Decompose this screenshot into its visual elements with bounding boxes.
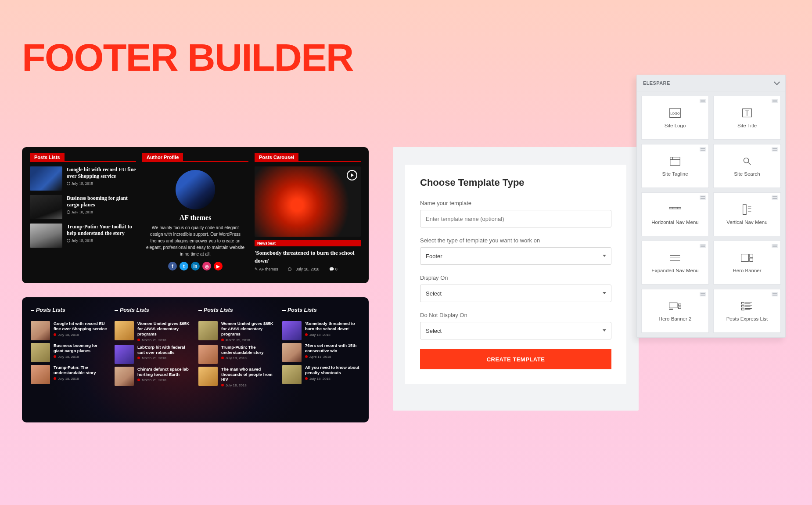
youtube-icon[interactable]: ▶ bbox=[214, 262, 223, 271]
svg-rect-12 bbox=[679, 307, 681, 309]
widget-panel-header[interactable]: ELESPARE bbox=[637, 75, 785, 91]
list-item: 'Somebody threatened to burn the school … bbox=[282, 321, 360, 340]
twitter-icon[interactable]: t bbox=[180, 262, 188, 271]
post-title: 'Somebody threatened to burn the school … bbox=[305, 321, 360, 332]
carousel-badge: Newsbeat bbox=[255, 240, 361, 246]
widget-site-logo[interactable]: LOGOSite Logo bbox=[641, 96, 709, 140]
svg-rect-5 bbox=[743, 205, 747, 215]
svg-rect-11 bbox=[679, 304, 681, 306]
carousel-meta: ✎ AF themes July 18, 2018 💬 0 bbox=[255, 267, 361, 271]
post-title: Google hit with record EU fine over Shop… bbox=[67, 166, 136, 180]
svg-point-4 bbox=[744, 158, 749, 163]
widget-grid: LOGOSite LogoSite TitleSite TaglineSite … bbox=[637, 91, 785, 337]
post-title: Business booming for giant cargo planes bbox=[54, 343, 108, 354]
widget-label: Posts Express List bbox=[726, 316, 768, 321]
template-type-select[interactable] bbox=[420, 247, 611, 265]
post-meta: July 18, 2018 bbox=[67, 210, 136, 214]
preview-b-column: Posts ListsGoogle hit with record EU fin… bbox=[31, 307, 108, 415]
post-title: Google hit with record EU fine over Shop… bbox=[54, 321, 108, 332]
widget-label: Vertical Nav Menu bbox=[726, 220, 767, 225]
widget-label: Hero Banner bbox=[733, 268, 761, 273]
section-underline bbox=[142, 161, 248, 162]
widget-posts-express-list[interactable]: Posts Express List bbox=[713, 289, 781, 333]
post-meta: July 18, 2018 bbox=[54, 377, 108, 381]
widget-handle-icon bbox=[700, 292, 706, 296]
list-item: Google hit with record EU fine over Shop… bbox=[31, 321, 108, 340]
widget-icon bbox=[740, 252, 754, 263]
play-icon[interactable] bbox=[347, 170, 357, 180]
display-on-select[interactable] bbox=[420, 285, 611, 302]
post-title: LabCorp hit with federal suit over roboc… bbox=[137, 345, 192, 355]
post-meta: March 29, 2018 bbox=[137, 378, 192, 382]
hero-title: FOOTER BUILDER bbox=[22, 35, 353, 80]
widget-site-tagline[interactable]: Site Tagline bbox=[641, 144, 709, 188]
svg-rect-7 bbox=[750, 254, 753, 258]
post-meta: March 29, 2018 bbox=[137, 338, 192, 342]
form-heading: Choose Template Type bbox=[420, 177, 611, 188]
widget-vertical-nav-menu[interactable]: Vertical Nav Menu bbox=[713, 192, 781, 236]
post-row: Trump-Putin: Your toolkit to help unders… bbox=[30, 224, 136, 248]
post-thumb bbox=[30, 166, 62, 191]
preview-a-col-author: Author Profile AF themes We mainly focus… bbox=[142, 153, 248, 275]
svg-rect-3 bbox=[670, 157, 680, 166]
post-title: 76ers set record with 15th consecutive w… bbox=[305, 343, 360, 354]
widget-hero-banner-2[interactable]: Hero Banner 2 bbox=[641, 289, 709, 333]
social-row: f t in ◎ ▶ bbox=[168, 262, 223, 271]
post-meta: March 29, 2018 bbox=[221, 338, 276, 342]
list-item: Women United gives $65K for ABSS element… bbox=[115, 321, 192, 342]
linkedin-icon[interactable]: in bbox=[191, 262, 200, 271]
widget-handle-icon bbox=[772, 195, 778, 200]
post-meta: July 18, 2018 bbox=[54, 333, 108, 337]
instagram-icon[interactable]: ◎ bbox=[202, 262, 211, 271]
svg-rect-14 bbox=[742, 305, 744, 307]
widget-handle-icon bbox=[772, 99, 778, 103]
widget-site-search[interactable]: Site Search bbox=[713, 144, 781, 188]
widget-label: Site Tagline bbox=[662, 171, 688, 177]
list-item: Business booming for giant cargo planesJ… bbox=[31, 343, 108, 362]
template-form-backdrop: Choose Template Type Name your template … bbox=[393, 147, 639, 411]
list-item: 76ers set record with 15th consecutive w… bbox=[282, 343, 360, 362]
widget-handle-icon bbox=[772, 147, 778, 152]
post-title: Business booming for giant cargo planes bbox=[67, 195, 136, 208]
widget-icon: LOGO bbox=[668, 107, 682, 119]
svg-rect-15 bbox=[742, 308, 744, 310]
widget-handle-icon bbox=[700, 99, 706, 103]
widget-icon bbox=[668, 155, 682, 167]
author-avatar bbox=[176, 170, 215, 209]
widget-icon bbox=[740, 107, 754, 119]
widget-handle-icon bbox=[700, 195, 706, 200]
post-thumb bbox=[198, 367, 218, 386]
section-tab-carousel: Posts Carousel bbox=[255, 153, 298, 161]
preview-a-col-posts: Posts Lists Google hit with record EU fi… bbox=[30, 153, 136, 275]
svg-rect-13 bbox=[742, 303, 744, 304]
widget-panel-title: ELESPARE bbox=[643, 80, 670, 86]
preview-b-column: Posts ListsWomen United gives $65K for A… bbox=[198, 307, 276, 415]
widget-handle-icon bbox=[700, 244, 706, 248]
post-meta: July 18, 2018 bbox=[221, 383, 276, 387]
post-meta: April 11, 2018 bbox=[305, 355, 360, 359]
widget-label: Site Logo bbox=[665, 123, 686, 128]
svg-text:LOGO: LOGO bbox=[670, 112, 680, 115]
list-item: All you need to know about penalty shoot… bbox=[282, 365, 360, 384]
widget-site-title[interactable]: Site Title bbox=[713, 96, 781, 140]
widget-panel: ELESPARE LOGOSite LogoSite TitleSite Tag… bbox=[636, 75, 786, 338]
post-thumb bbox=[282, 321, 302, 340]
widget-expanded-nav-menu[interactable]: Expanded Nav Menu bbox=[641, 241, 709, 285]
posts-lists-heading: Posts Lists bbox=[198, 307, 276, 313]
post-meta: July 18, 2018 bbox=[221, 356, 276, 360]
post-meta: July 18, 2018 bbox=[54, 355, 108, 359]
widget-hero-banner[interactable]: Hero Banner bbox=[713, 241, 781, 285]
post-thumb bbox=[115, 345, 134, 364]
author-name: AF themes bbox=[180, 214, 212, 222]
widget-horizontal-nav-menu[interactable]: Horizontal Nav Menu bbox=[641, 192, 709, 236]
facebook-icon[interactable]: f bbox=[168, 262, 177, 271]
post-meta: March 29, 2018 bbox=[137, 356, 192, 360]
widget-label: Horizontal Nav Menu bbox=[651, 220, 698, 225]
create-template-button[interactable]: CREATE TEMPLATE bbox=[420, 349, 611, 369]
list-item: The man who saved thousands of people fr… bbox=[198, 367, 276, 388]
widget-icon bbox=[668, 252, 682, 263]
template-form-container: Choose Template Type Name your template … bbox=[393, 147, 639, 411]
exclude-on-select[interactable] bbox=[420, 322, 611, 339]
template-name-input[interactable] bbox=[420, 210, 611, 227]
widget-icon bbox=[740, 204, 754, 215]
